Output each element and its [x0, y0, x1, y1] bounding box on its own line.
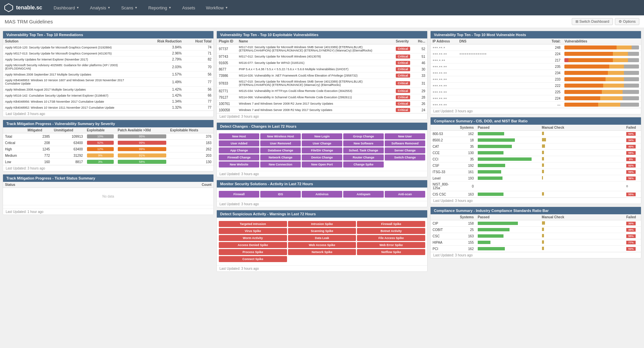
table-row: ●●●.●●.●● ●●●●●●●●●●●●●●● 224	[431, 51, 641, 57]
change-button[interactable]: Switch Change	[385, 154, 425, 160]
change-button[interactable]: App Change	[219, 147, 259, 153]
change-button[interactable]: Network Change	[260, 154, 301, 160]
passed-cell	[476, 175, 540, 182]
change-button[interactable]: Router Change	[343, 154, 384, 160]
suspicious-button[interactable]: Firewall Spike	[357, 221, 425, 227]
suspicious-button[interactable]: Process Spike	[219, 249, 287, 255]
change-button[interactable]: File/Dir Change	[302, 147, 342, 153]
manual-cell	[540, 246, 624, 252]
ip-cell: ●●●.●●.●●	[431, 83, 457, 89]
hosts-cell: 70	[184, 63, 213, 72]
suspicious-button[interactable]: Virus Spike	[219, 228, 287, 234]
table-row: 800-53 162 54%	[431, 131, 641, 137]
change-button[interactable]: New Host	[219, 133, 259, 139]
suspicious-button[interactable]: File Access Spike	[357, 235, 425, 241]
column-2: Vulnerability Top Ten - Top 10 Exploitab…	[216, 31, 428, 272]
nav-scans[interactable]: Scans ▼	[116, 0, 142, 15]
change-button[interactable]: Change Spike	[343, 161, 384, 167]
total-cell: 235	[549, 64, 562, 70]
standard-label: CSF	[431, 162, 457, 169]
exp-hosts-cell: 376	[168, 133, 213, 140]
dns-cell	[457, 57, 549, 64]
change-button[interactable]: Device Change	[302, 154, 342, 160]
change-button[interactable]: User Added	[219, 140, 259, 146]
change-button[interactable]: User Change	[302, 140, 342, 146]
suspicious-button[interactable]: Scanning Spike	[288, 228, 356, 234]
systems-cell: 18	[457, 137, 476, 143]
nav-analysis[interactable]: Analysis ▼	[85, 0, 115, 15]
severity-badge: Critical	[396, 108, 410, 112]
hosts-cell: 56	[184, 72, 213, 78]
monitor-button[interactable]: Anti-scan	[385, 191, 425, 198]
change-button[interactable]: Database Change	[260, 147, 301, 153]
suspicious-button[interactable]: Web Access Spike	[288, 242, 356, 248]
suspicious-button[interactable]: Botnet Activity	[357, 228, 425, 234]
table-row: 97743 MS17-012: Security Update for Micr…	[217, 53, 427, 60]
logo-icon	[3, 2, 14, 13]
standard-label: CCE	[431, 150, 457, 156]
exploitable-cell: 3%	[85, 159, 116, 165]
monitor-button[interactable]: IDS	[260, 191, 301, 198]
suspicious-button[interactable]: Connect Spike	[219, 256, 287, 262]
monitor-button[interactable]: Antispam	[343, 191, 384, 198]
change-button[interactable]: Server Change	[385, 147, 425, 153]
change-button[interactable]: Software Removed	[385, 140, 425, 146]
change-button[interactable]: New User	[385, 133, 425, 139]
table-row: Apply Security Updates for Internet Expl…	[3, 56, 213, 63]
change-button[interactable]: New Wireless Host	[260, 133, 301, 139]
table-row: Apply KB4048953: Windows 10 Version 1607…	[3, 78, 213, 87]
change-button[interactable]: Group Change	[343, 133, 384, 139]
change-button[interactable]: New Connection	[260, 161, 301, 167]
suspicious-button[interactable]: Worm Activity	[219, 235, 287, 241]
nav-dashboard[interactable]: Dashboard ▼	[49, 0, 84, 15]
plugin-cell: 97737	[217, 44, 237, 53]
name-cell: MS14-026: Vulnerability in .NET Framewor…	[237, 73, 394, 79]
change-button[interactable]: User Removed	[260, 140, 301, 146]
table-row: 8677 PHP 5.4.x < 5.4.38 / 5.5.x < 5.5.22…	[217, 66, 427, 73]
plugin-cell: 73986	[217, 73, 237, 79]
change-button[interactable]: Sched. Task Change	[343, 147, 384, 153]
panel-vuln-remediations: Vulnerability Top Ten - Top 10 Remediati…	[3, 31, 214, 117]
col-passed: Passed	[476, 125, 540, 131]
suspicious-button[interactable]: Data Leak	[288, 235, 356, 241]
col-ho: Ho...	[416, 38, 427, 44]
monitor-button[interactable]: Firewall	[219, 191, 259, 198]
table-row: 100058 Windows 7 and Windows Server 2008…	[217, 107, 427, 113]
table-row: ●●●.●●.●● ---	[431, 102, 641, 108]
severity-badge: Critical	[396, 89, 410, 93]
change-button[interactable]: New Website	[219, 161, 259, 167]
logo-text: tenable.sc	[16, 5, 42, 11]
col-unmitigated: Unmitigated	[52, 127, 85, 133]
suspicious-button[interactable]: Web Error Spike	[357, 242, 425, 248]
failed-cell: 77%	[624, 239, 641, 246]
column-1: Vulnerability Top Ten - Top 10 Remediati…	[3, 31, 214, 272]
suspicious-button[interactable]: Targeted Intrusion	[219, 221, 287, 227]
col-manual: Manual Check	[540, 125, 624, 131]
suspicious-button[interactable]: Network Spike	[288, 249, 356, 255]
severity-badge: Critical	[396, 54, 410, 59]
nav-reporting[interactable]: Reporting ▼	[144, 0, 176, 15]
failed-cell: 8%	[624, 156, 641, 162]
col-ind-systems: Systems	[457, 214, 476, 220]
options-btn[interactable]: ⚙ Options	[615, 18, 639, 25]
switch-dashboard-btn[interactable]: ⊞ Switch Dashboard	[572, 18, 613, 25]
change-button[interactable]: New Open Port	[302, 161, 342, 167]
change-button[interactable]: New Software	[343, 140, 384, 146]
exploitable-table: Plugin ID Name Severity Ho... 97737 MS17…	[217, 38, 427, 113]
severity-badge: Critical	[396, 81, 410, 85]
change-button[interactable]: Firewall Change	[219, 154, 259, 160]
suspicious-button[interactable]: Netflow Spike	[357, 249, 425, 255]
table-row: ITSG-33 161 59%	[431, 169, 641, 175]
nav-workflow[interactable]: Workflow ▼	[201, 0, 233, 15]
change-button[interactable]: New Login	[302, 133, 342, 139]
unmitigated-cell: 8817	[52, 159, 85, 165]
suspicious-button[interactable]: Intrusion Spike	[288, 221, 356, 227]
total-cell: 225	[549, 89, 562, 95]
nav-assets[interactable]: Assets	[178, 0, 200, 15]
suspicious-button[interactable]: Access Denied Spike	[219, 242, 287, 248]
manual-cell	[540, 131, 624, 137]
monitor-button[interactable]: Antivirus	[302, 191, 342, 198]
exploitable-cell: 12%	[85, 146, 116, 152]
col-label	[3, 127, 25, 133]
passed-cell	[476, 233, 540, 239]
